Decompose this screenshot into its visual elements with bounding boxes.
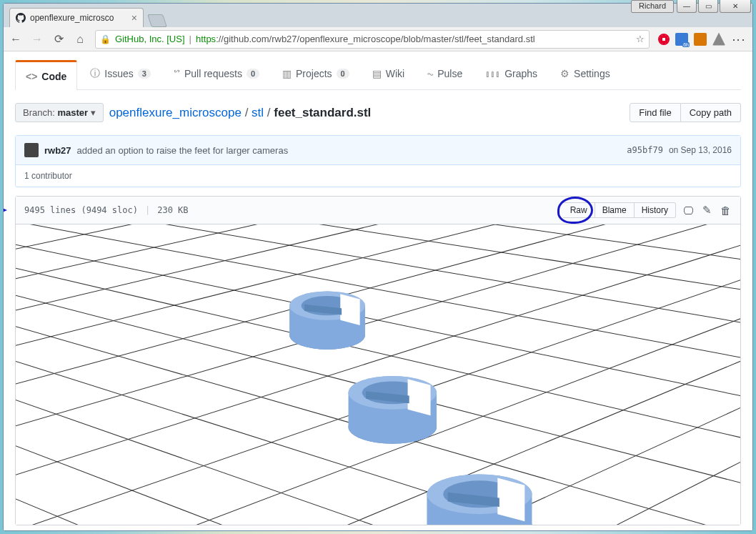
- back-button[interactable]: ←: [9, 33, 22, 46]
- browser-menu-icon[interactable]: ⋮: [731, 34, 747, 45]
- github-favicon: [16, 13, 26, 23]
- breadcrumb-row: Branch: master ▾ openflexure_microscope …: [15, 103, 741, 122]
- bookmark-star-icon[interactable]: ☆: [636, 34, 645, 44]
- repo-nav: <> Code ⓘ Issues 3 ᔥ Pull requests 0 ▥: [15, 60, 741, 90]
- projects-icon: ▥: [282, 68, 292, 79]
- tab-pulse[interactable]: ⏦ Pulse: [417, 60, 472, 89]
- tab-pull-requests[interactable]: ᔥ Pull requests 0: [164, 60, 269, 89]
- tab-wiki[interactable]: ▤ Wiki: [362, 60, 414, 89]
- home-button[interactable]: ⌂: [74, 33, 86, 46]
- address-bar[interactable]: 🔒 GitHub, Inc. [US] | https://github.com…: [95, 30, 650, 49]
- svg-line-24: [16, 224, 740, 327]
- tab-code[interactable]: <> Code: [15, 60, 77, 90]
- tab-title: openflexure_microsco: [30, 13, 114, 23]
- commit-sha[interactable]: a95bf79: [627, 145, 663, 155]
- tab-pulls-label: Pull requests: [184, 68, 242, 79]
- breadcrumb-actions: Find file Copy path: [630, 103, 741, 122]
- reload-button[interactable]: ⟳: [52, 32, 65, 46]
- avatar[interactable]: [24, 143, 39, 157]
- annotation-arrow: [4, 203, 7, 217]
- drive-ext-icon[interactable]: [712, 33, 725, 46]
- window-minimize-button[interactable]: —: [677, 0, 697, 13]
- tab-close-icon[interactable]: ×: [131, 12, 137, 24]
- branch-selector[interactable]: Branch: master ▾: [15, 103, 104, 122]
- file-button-group: Raw Blame History: [563, 202, 676, 218]
- branch-name: master: [57, 107, 88, 118]
- commit-message[interactable]: added an option to raise the feet for la…: [77, 145, 289, 156]
- window-user-badge: Richard: [631, 0, 674, 13]
- window-controls: Richard — ▭ ✕: [631, 0, 751, 13]
- history-button[interactable]: History: [635, 202, 676, 218]
- file-box: 9495 lines (9494 sloc) | 230 KB Raw: [15, 196, 741, 525]
- breadcrumb-folder[interactable]: stl: [252, 106, 264, 119]
- issues-icon: ⓘ: [90, 67, 100, 80]
- issues-count: 3: [138, 69, 151, 79]
- pulls-count: 0: [247, 69, 259, 79]
- tab-issues-label: Issues: [104, 68, 133, 79]
- forward-button: →: [31, 33, 44, 46]
- find-file-button[interactable]: Find file: [630, 103, 681, 122]
- tab-graphs-label: Graphs: [504, 68, 537, 79]
- svg-line-9: [16, 469, 740, 525]
- browser-tab[interactable]: openflexure_microsco ×: [9, 8, 144, 27]
- desktop-icon[interactable]: 🖵: [682, 204, 695, 217]
- commit-header: rwb27 added an option to raise the feet …: [16, 136, 740, 165]
- contributors-label: 1 contributor: [16, 165, 740, 187]
- tab-pulse-label: Pulse: [437, 68, 462, 79]
- tab-projects[interactable]: ▥ Projects 0: [272, 60, 359, 89]
- breadcrumb-repo[interactable]: openflexure_microscope: [109, 106, 242, 119]
- svg-line-14: [16, 224, 740, 270]
- blue-ext-icon[interactable]: [675, 33, 688, 46]
- commit-box: rwb27 added an option to raise the feet …: [15, 135, 741, 187]
- graphs-icon: ⫾⫾⫾: [485, 68, 500, 79]
- trash-icon[interactable]: 🗑: [719, 204, 732, 217]
- file-lines: 9495 lines (9494 sloc): [24, 205, 138, 215]
- file-size: 230 KB: [157, 205, 188, 215]
- page-content: <> Code ⓘ Issues 3 ᔥ Pull requests 0 ▥: [4, 51, 752, 530]
- code-icon: <>: [26, 71, 37, 82]
- tab-settings[interactable]: ⚙ Settings: [550, 60, 620, 89]
- copy-path-button[interactable]: Copy path: [681, 103, 741, 122]
- gear-icon: ⚙: [560, 68, 570, 79]
- blame-button[interactable]: Blame: [595, 202, 635, 218]
- extension-icons: ⋮: [658, 33, 747, 46]
- window-maximize-button[interactable]: ▭: [698, 0, 718, 13]
- commit-author[interactable]: rwb27: [44, 145, 71, 156]
- mask-ext-icon[interactable]: [694, 33, 707, 46]
- svg-marker-1: [4, 206, 7, 214]
- commit-date: on Sep 13, 2016: [669, 145, 732, 155]
- chevron-down-icon: ▾: [91, 107, 96, 118]
- svg-line-22: [16, 224, 740, 404]
- browser-window: openflexure_microsco × ← → ⟳ ⌂ 🔒 GitHub,…: [3, 3, 753, 531]
- tab-code-label: Code: [41, 71, 66, 82]
- cert-label: GitHub, Inc. [US]: [115, 34, 185, 44]
- pulse-icon: ⏦: [427, 68, 433, 79]
- lock-icon: 🔒: [100, 34, 111, 44]
- tab-graphs[interactable]: ⫾⫾⫾ Graphs: [475, 60, 547, 89]
- breadcrumb-file: feet_standard.stl: [274, 106, 371, 119]
- wiki-icon: ▤: [372, 68, 382, 79]
- url-proto: https: [196, 34, 216, 44]
- browser-toolbar: ← → ⟳ ⌂ 🔒 GitHub, Inc. [US] | https://gi…: [4, 27, 752, 51]
- stl-viewer[interactable]: [16, 224, 740, 525]
- svg-line-16: [16, 224, 740, 498]
- branch-label: Branch:: [23, 107, 55, 118]
- pull-request-icon: ᔥ: [174, 68, 180, 79]
- tab-settings-label: Settings: [574, 68, 610, 79]
- tab-issues[interactable]: ⓘ Issues 3: [80, 60, 161, 89]
- svg-line-23: [16, 224, 740, 364]
- tab-wiki-label: Wiki: [386, 68, 404, 79]
- svg-line-26: [16, 224, 740, 264]
- file-header: 9495 lines (9494 sloc) | 230 KB Raw: [16, 197, 740, 224]
- pencil-icon[interactable]: ✎: [700, 204, 713, 217]
- raw-button[interactable]: Raw: [563, 202, 595, 218]
- window-close-button[interactable]: ✕: [720, 0, 751, 13]
- new-tab-button[interactable]: [147, 14, 167, 27]
- url-path: ://github.com/rwb27/openflexure_microsco…: [216, 34, 535, 44]
- projects-count: 0: [337, 69, 349, 79]
- opera-ext-icon[interactable]: [658, 34, 670, 45]
- tab-projects-label: Projects: [296, 68, 332, 79]
- breadcrumb: openflexure_microscope / stl / feet_stan…: [109, 106, 372, 120]
